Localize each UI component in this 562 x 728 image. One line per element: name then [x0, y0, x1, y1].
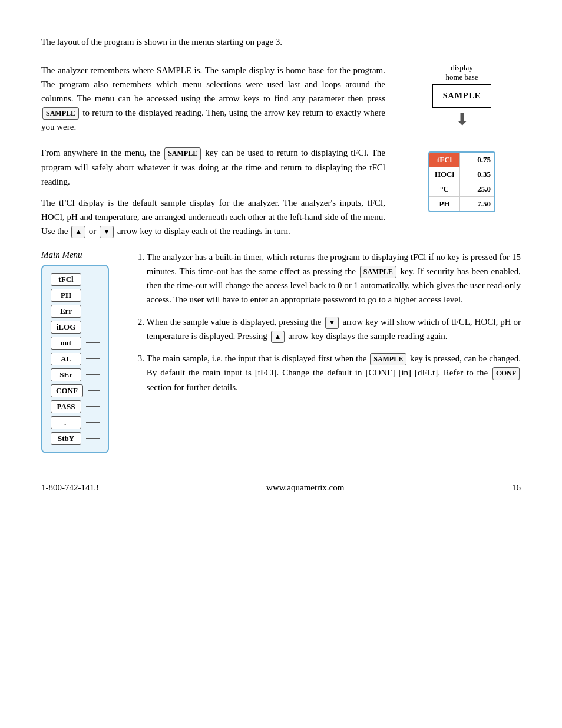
sample-section: The analyzer remembers where SAMPLE is. …: [41, 63, 521, 134]
menu-line-al: [86, 358, 100, 360]
menu-item-al: AL: [51, 353, 100, 365]
menu-key-dot: .: [51, 416, 81, 429]
key-up-inline: ▲: [71, 226, 85, 238]
menu-key-tfcl: tFCl: [51, 273, 81, 286]
readings-grid-container: tFCl 0.75 HOCl 0.35 °C 25.0 PH 7.50: [403, 151, 521, 212]
reading-value-hocl: 0.35: [460, 167, 494, 182]
menu-line-conf: [88, 390, 100, 391]
reading-grid: tFCl 0.75 HOCl 0.35 °C 25.0 PH 7.50: [428, 151, 495, 212]
menu-line-tfcl: [86, 279, 100, 280]
para1-text: The layout of the program is shown in th…: [41, 37, 282, 47]
reading-label-ph: PH: [429, 197, 460, 211]
page: The layout of the program is shown in th…: [0, 0, 562, 528]
menu-item-out: out: [51, 337, 100, 350]
display-diagram: display home base SAMPLE ⬇: [403, 63, 521, 131]
reading-label-temp: °C: [429, 182, 460, 196]
footer-phone: 1-800-742-1413: [41, 483, 99, 493]
list-section: The analyzer has a built-in timer, which…: [133, 250, 521, 403]
display-label: display home base: [445, 63, 478, 82]
menu-item-pass: PASS: [51, 400, 100, 413]
reading-section: From anywhere in the menu, the SAMPLE ke…: [41, 146, 521, 238]
footer-page-number: 16: [512, 483, 521, 493]
menu-key-ilog: iLOG: [51, 321, 81, 334]
reading-value-tfcl: 0.75: [460, 153, 494, 167]
sample-box: SAMPLE: [432, 84, 491, 108]
main-list: The analyzer has a built-in timer, which…: [133, 250, 521, 394]
menu-line-out: [86, 342, 100, 344]
footer: 1-800-742-1413 www.aquametrix.com 16: [41, 477, 521, 493]
menu-key-pass: PASS: [51, 400, 81, 413]
menu-key-al: AL: [51, 353, 81, 365]
footer-website: www.aquametrix.com: [266, 483, 344, 493]
menu-line-ph: [86, 295, 100, 296]
key-down-inline2: ▼: [325, 317, 339, 329]
reading-label-tfcl: tFCl: [429, 153, 460, 167]
menu-item-ser: SEr: [51, 368, 100, 381]
menu-key-ph: PH: [51, 289, 81, 302]
menu-item-dot: .: [51, 416, 100, 429]
para3: From anywhere in the menu, the SAMPLE ke…: [41, 146, 385, 188]
menu-item-ph: PH: [51, 289, 100, 302]
key-sample-inline3: SAMPLE: [360, 266, 396, 278]
menu-line-dot: [86, 422, 100, 423]
menu-key-err: Err: [51, 305, 81, 318]
menu-line-ser: [86, 374, 100, 375]
reading-value-ph: 7.50: [460, 197, 494, 211]
reading-row-ph: PH 7.50: [429, 197, 494, 211]
key-conf-ref: CONF: [492, 367, 520, 380]
menu-item-stby: StbY: [51, 432, 100, 445]
sample-para: The analyzer remembers where SAMPLE is. …: [41, 63, 385, 134]
menu-box: tFCl PH Err iLOG out: [41, 265, 109, 453]
para-layout: The layout of the program is shown in th…: [41, 35, 521, 49]
reading-label-hocl: HOCl: [429, 167, 460, 182]
para4: The tFCl display is the default sample d…: [41, 196, 385, 238]
menu-key-out: out: [51, 337, 81, 350]
list-item-3: The main sample, i.e. the input that is …: [147, 351, 521, 394]
menu-item-err: Err: [51, 305, 100, 318]
menu-label: Main Menu: [41, 250, 109, 260]
menu-item-tfcl: tFCl: [51, 273, 100, 286]
list-item-1: The analyzer has a built-in timer, which…: [147, 250, 521, 307]
reading-row-tfcl: tFCl 0.75: [429, 153, 494, 167]
menu-key-stby: StbY: [51, 432, 81, 445]
menu-line-err: [86, 311, 100, 312]
menu-left: Main Menu tFCl PH Err iLOG: [41, 250, 109, 453]
key-sample-inline4: SAMPLE: [370, 353, 406, 365]
reading-row-temp: °C 25.0: [429, 182, 494, 197]
reading-value-temp: 25.0: [460, 182, 494, 196]
reading-row-hocl: HOCl 0.35: [429, 167, 494, 182]
menu-line-stby: [86, 438, 100, 439]
list-item-2: When the sample value is displayed, pres…: [147, 315, 521, 343]
key-sample-inline: SAMPLE: [42, 107, 79, 120]
menu-item-ilog: iLOG: [51, 321, 100, 334]
menu-section: Main Menu tFCl PH Err iLOG: [41, 250, 521, 453]
key-sample-inline2: SAMPLE: [164, 147, 201, 160]
menu-item-conf: CONF: [51, 384, 100, 397]
menu-key-ser: SEr: [51, 368, 81, 381]
arrow-down-icon: ⬇: [455, 111, 469, 128]
key-down-inline: ▼: [100, 226, 114, 238]
sample-text: The analyzer remembers where SAMPLE is. …: [41, 63, 385, 134]
menu-line-ilog: [86, 327, 100, 328]
menu-line-pass: [86, 406, 100, 407]
key-up-inline2: ▲: [271, 331, 285, 343]
reading-text: From anywhere in the menu, the SAMPLE ke…: [41, 146, 385, 238]
menu-key-conf: CONF: [51, 384, 83, 397]
